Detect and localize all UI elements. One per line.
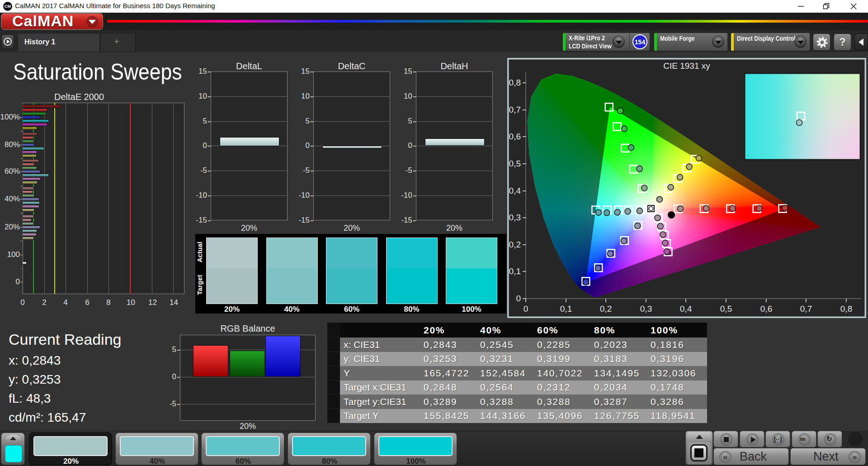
svg-text:0,8: 0,8 bbox=[840, 304, 852, 314]
svg-text:0,8: 0,8 bbox=[509, 78, 521, 87]
svg-text:0,1: 0,1 bbox=[509, 266, 521, 276]
svg-text:0,1: 0,1 bbox=[560, 304, 572, 314]
svg-text:0,6: 0,6 bbox=[509, 132, 521, 141]
svg-text:0,4: 0,4 bbox=[509, 186, 521, 195]
svg-text:0: 0 bbox=[524, 304, 528, 314]
svg-text:0,7: 0,7 bbox=[800, 304, 812, 314]
svg-text:0,5: 0,5 bbox=[720, 304, 732, 314]
svg-text:0,2: 0,2 bbox=[600, 304, 612, 314]
svg-text:0,3: 0,3 bbox=[640, 304, 652, 314]
svg-text:CIE 1931 xy: CIE 1931 xy bbox=[663, 61, 710, 71]
svg-text:0,3: 0,3 bbox=[509, 213, 521, 222]
svg-text:0: 0 bbox=[516, 294, 521, 303]
svg-text:0,6: 0,6 bbox=[760, 304, 772, 314]
svg-text:0,7: 0,7 bbox=[509, 105, 521, 114]
svg-text:0,5: 0,5 bbox=[509, 159, 521, 168]
svg-text:0,4: 0,4 bbox=[680, 304, 692, 314]
svg-text:0,2: 0,2 bbox=[509, 240, 521, 249]
